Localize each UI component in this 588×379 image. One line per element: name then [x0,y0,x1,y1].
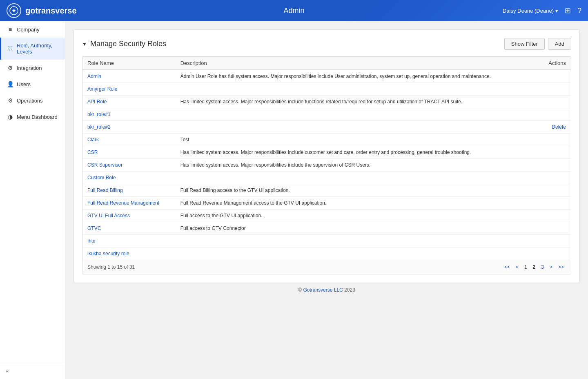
table-row: ClarkTest [82,134,571,146]
cell-description [176,108,540,121]
cell-description [176,121,540,134]
table-row: ikukha security role [82,247,571,260]
role-name-link[interactable]: Full Read Billing [87,187,123,193]
roles-table-wrapper: Role Name Description Actions AdminAdmin… [82,56,571,274]
operations-icon: ⚙ [7,97,13,104]
delete-link[interactable]: Delete [552,124,566,130]
roles-table: Role Name Description Actions AdminAdmin… [82,57,571,260]
content-card: ▼ Manage Security Roles Show Filter Add … [74,29,580,283]
cell-action [540,96,571,108]
pagination-controls: << < 1 2 3 > >> [502,263,566,271]
header-right: Daisy Deane (Deane) ▾ ⊞ ? [503,6,581,15]
grid-icon[interactable]: ⊞ [565,6,571,15]
footer-company-link[interactable]: Gotransverse LLC [303,287,343,293]
cell-role-name: ikukha security role [82,247,176,260]
users-icon: 👤 [7,81,13,87]
footer-copyright: © [298,287,303,293]
shield-icon: 🛡 [7,45,13,52]
cell-role-name: Full Read Revenue Management [82,197,176,210]
sidebar-item-users[interactable]: 👤 Users [0,76,65,92]
page-3[interactable]: 3 [539,263,546,271]
role-name-link[interactable]: bkr_role#2 [87,124,111,130]
logo[interactable]: gotransverse [7,3,77,18]
page-last[interactable]: >> [556,263,566,271]
role-name-link[interactable]: GTV UI Full Access [87,213,130,218]
role-name-link[interactable]: ikukha security role [87,251,129,256]
sidebar-item-company[interactable]: ≡ Company [0,21,65,38]
cell-description [176,172,540,184]
sidebar-item-role-label: Role, Authority, Levels [17,42,59,55]
table-row: Full Read Revenue ManagementFull Read Re… [82,197,571,210]
user-name: Daisy Deane (Deane) [503,8,554,14]
cell-role-name: bkr_role#1 [82,108,176,121]
role-name-link[interactable]: Clark [87,137,99,143]
role-name-link[interactable]: CSR Supervisor [87,162,122,168]
collapse-arrow-icon[interactable]: ▼ [82,41,87,47]
integration-icon: ⚙ [7,65,13,71]
cell-role-name: Custom Role [82,172,176,184]
page-first[interactable]: << [502,263,512,271]
role-name-link[interactable]: CSR [87,149,98,155]
header: gotransverse Admin Daisy Deane (Deane) ▾… [0,0,588,21]
cell-description [176,247,540,260]
role-name-link[interactable]: Ihor [87,238,96,244]
cell-role-name: CSR Supervisor [82,159,176,172]
sidebar-item-integration[interactable]: ⚙ Integration [0,60,65,76]
table-row: bkr_role#2Delete [82,121,571,134]
sidebar-collapse[interactable]: « [0,363,65,379]
page-2[interactable]: 2 [531,263,538,271]
pagination-row: Showing 1 to 15 of 31 << < 1 2 3 > >> [82,260,571,274]
role-name-link[interactable]: bkr_role#1 [87,111,111,117]
role-name-link[interactable]: Amyrgor Role [87,86,117,92]
help-icon[interactable]: ? [577,7,581,15]
cell-action [540,172,571,184]
cell-action [540,108,571,121]
page-1[interactable]: 1 [522,263,529,271]
sidebar-item-menu-dashboard[interactable]: ◑ Menu Dashboard [0,109,65,125]
role-name-link[interactable]: Admin [87,74,101,79]
cell-description: Has limited system access. Major respons… [176,96,540,108]
table-row: bkr_role#1 [82,108,571,121]
page-next[interactable]: > [548,263,555,271]
cell-action: Delete [540,121,571,134]
header-title: Admin [283,7,304,15]
logo-text: gotransverse [25,6,77,16]
page-prev[interactable]: < [514,263,521,271]
role-name-link[interactable]: Full Read Revenue Management [87,200,159,206]
col-role-name: Role Name [82,57,176,70]
sidebar: ≡ Company 🛡 Role, Authority, Levels ⚙ In… [0,21,65,379]
table-header-row: Role Name Description Actions [82,57,571,70]
user-dropdown-icon: ▾ [555,8,558,14]
layout: ≡ Company 🛡 Role, Authority, Levels ⚙ In… [0,21,588,379]
table-row: Custom Role [82,172,571,184]
sidebar-item-menu-dashboard-label: Menu Dashboard [17,114,58,120]
show-filter-button[interactable]: Show Filter [504,38,545,50]
sidebar-item-users-label: Users [17,81,31,87]
table-row: GTV UI Full AccessFull access to the GTV… [82,210,571,222]
cell-description: Full Read Billing access to the GTV UI a… [176,184,540,197]
role-name-link[interactable]: API Role [87,99,107,105]
sidebar-item-role-authority-levels[interactable]: 🛡 Role, Authority, Levels [0,38,65,60]
cell-action [540,70,571,83]
table-row: API RoleHas limited system access. Major… [82,96,571,108]
table-body: AdminAdmin User Role has full system acc… [82,70,571,260]
sidebar-item-operations[interactable]: ⚙ Operations [0,92,65,109]
pagination-showing: Showing 1 to 15 of 31 [87,264,135,270]
page-header-left: ▼ Manage Security Roles [82,40,166,48]
cell-role-name: CSR [82,146,176,159]
user-menu[interactable]: Daisy Deane (Deane) ▾ [503,8,558,14]
cell-description: Has limited system access. Major respons… [176,159,540,172]
cell-role-name: GTV UI Full Access [82,210,176,222]
cell-description [176,235,540,247]
role-name-link[interactable]: GTVC [87,225,101,231]
sidebar-item-operations-label: Operations [17,98,43,104]
cell-description: Test [176,134,540,146]
table-row: Ihor [82,235,571,247]
cell-action [540,210,571,222]
role-name-link[interactable]: Custom Role [87,175,116,181]
dashboard-icon: ◑ [7,114,13,120]
cell-description: Has limited system access. Major respons… [176,146,540,159]
sidebar-item-company-label: Company [17,27,40,33]
table-row: Full Read BillingFull Read Billing acces… [82,184,571,197]
add-button[interactable]: Add [548,38,571,50]
